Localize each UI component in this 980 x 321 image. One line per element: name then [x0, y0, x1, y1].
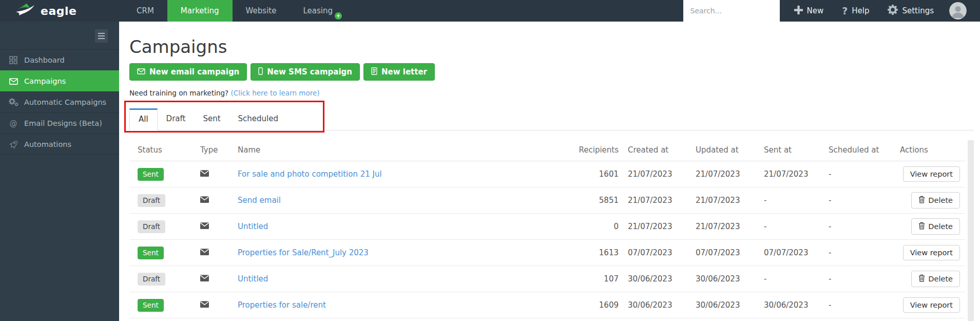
- sent-at-cell: 21/07/2023: [764, 169, 829, 179]
- campaign-name-link[interactable]: Send email: [238, 196, 281, 205]
- sidebar-item-automatic-campaigns[interactable]: Automatic Campaigns: [0, 91, 119, 112]
- created-at-cell: 21/07/2023: [628, 169, 696, 179]
- column-header-status: Status: [138, 145, 200, 155]
- actions-cell: Delete: [900, 271, 965, 287]
- scheduled-at-cell: -: [829, 248, 900, 257]
- campaigns-table: Status Type Name Recipients Created at U…: [129, 139, 965, 318]
- campaign-name-link[interactable]: Untitled: [238, 222, 268, 231]
- action-button-label: View report: [910, 301, 953, 309]
- phone-icon: [258, 67, 263, 77]
- nav-item-marketing[interactable]: Marketing: [167, 0, 233, 22]
- name-cell: Send email: [238, 196, 577, 205]
- campaign-buttons-row: New email campaign New SMS campaign New …: [129, 63, 974, 81]
- new-button[interactable]: New: [794, 6, 824, 16]
- campaign-name-link[interactable]: Properties for Sale/Rent_July 2023: [238, 248, 369, 257]
- name-cell: Untitled: [238, 222, 577, 231]
- updated-at-cell: 07/07/2023: [696, 248, 764, 257]
- table-row: DraftUntitled10730/06/202330/06/2023--De…: [129, 266, 965, 292]
- trash-icon: [918, 274, 925, 284]
- gear-icon: [888, 5, 898, 17]
- name-cell: For sale and photo competition 21 Jul: [238, 169, 577, 179]
- column-header-name: Name: [238, 145, 577, 155]
- updated-at-cell: 30/06/2023: [696, 274, 764, 284]
- status-cell: Sent: [138, 299, 200, 312]
- letter-icon: [371, 67, 377, 77]
- view-report-button[interactable]: View report: [903, 245, 960, 260]
- created-at-cell: 07/07/2023: [628, 248, 696, 257]
- brand-logo[interactable]: eagle: [0, 3, 119, 18]
- avatar[interactable]: [949, 2, 967, 20]
- status-badge: Draft: [138, 194, 165, 207]
- status-badge: Draft: [138, 220, 165, 233]
- search-input[interactable]: [683, 0, 780, 22]
- delete-button[interactable]: Delete: [911, 218, 960, 235]
- name-cell: Untitled: [238, 274, 577, 284]
- at-icon: @: [8, 119, 18, 128]
- vertical-scrollbar[interactable]: [968, 140, 974, 321]
- action-button-label: Delete: [928, 222, 953, 231]
- actions-cell: Delete: [900, 192, 965, 209]
- plus-icon: [794, 6, 803, 16]
- view-report-button[interactable]: View report: [903, 166, 960, 182]
- delete-button[interactable]: Delete: [911, 192, 960, 209]
- nav-item-crm[interactable]: CRM: [123, 0, 167, 22]
- sent-at-cell: -: [764, 196, 829, 205]
- view-report-button[interactable]: View report: [903, 297, 960, 313]
- table-body: SentFor sale and photo competition 21 Ju…: [129, 161, 965, 318]
- campaign-name-link[interactable]: Properties for sale/rent: [238, 300, 326, 310]
- envelope-icon: [137, 67, 145, 77]
- sent-at-cell: 30/06/2023: [764, 300, 829, 310]
- status-badge: Sent: [138, 299, 164, 312]
- envelope-icon: [8, 78, 18, 85]
- nav-item-leasing-label: Leasing: [303, 6, 333, 15]
- campaign-name-link[interactable]: Untitled: [238, 274, 268, 284]
- tab-draft[interactable]: Draft: [158, 108, 195, 130]
- tab-all[interactable]: All: [129, 108, 158, 130]
- new-email-campaign-button[interactable]: New email campaign: [129, 63, 247, 81]
- status-badge: Sent: [138, 168, 164, 181]
- envelope-icon: [200, 222, 209, 231]
- nav-item-leasing[interactable]: Leasing +: [290, 0, 346, 22]
- sidebar-item-campaigns[interactable]: Campaigns: [0, 70, 119, 91]
- action-button-label: Delete: [928, 196, 953, 204]
- trash-icon: [918, 196, 925, 205]
- sidebar-item-dashboard[interactable]: Dashboard: [0, 49, 119, 70]
- new-letter-button[interactable]: New letter: [363, 63, 435, 81]
- eagle-bird-icon: [15, 3, 36, 18]
- column-header-scheduled-at: Scheduled at: [829, 145, 900, 155]
- envelope-icon: [200, 300, 209, 310]
- status-badge: Draft: [138, 273, 165, 286]
- new-sms-campaign-button[interactable]: New SMS campaign: [251, 63, 360, 81]
- settings-button[interactable]: Settings: [888, 5, 934, 17]
- sidebar-item-label: Automations: [24, 140, 71, 148]
- scheduled-at-cell: -: [829, 300, 900, 310]
- help-button-label: Help: [852, 6, 869, 15]
- training-link[interactable]: (Click here to learn more): [231, 89, 320, 97]
- recipients-cell: 5851: [577, 196, 628, 205]
- status-badge: Sent: [138, 247, 164, 259]
- status-cell: Draft: [138, 273, 200, 286]
- sidebar-collapse-button[interactable]: [95, 29, 108, 43]
- type-cell: [200, 274, 238, 284]
- sidebar-item-automations[interactable]: Automations: [0, 134, 119, 155]
- envelope-icon: [200, 196, 209, 205]
- status-cell: Sent: [138, 168, 200, 181]
- tab-scheduled[interactable]: Scheduled: [229, 108, 287, 130]
- column-header-updated-at: Updated at: [696, 145, 764, 155]
- nav-item-website[interactable]: Website: [233, 0, 290, 22]
- scheduled-at-cell: -: [829, 169, 900, 179]
- sidebar-item-label: Dashboard: [24, 56, 65, 64]
- sidebar-item-email-designs[interactable]: @ Email Designs (Beta): [0, 112, 119, 134]
- new-button-label: New: [807, 6, 824, 15]
- sent-at-cell: -: [764, 274, 829, 284]
- tab-sent[interactable]: Sent: [194, 108, 229, 130]
- column-header-sent-at: Sent at: [764, 145, 829, 155]
- delete-button[interactable]: Delete: [911, 271, 960, 287]
- table-row: DraftSend email585121/07/202321/07/2023-…: [129, 187, 965, 214]
- recipients-cell: 1609: [577, 300, 628, 310]
- sidebar: Dashboard Campaigns Automatic Campaigns …: [0, 22, 119, 321]
- campaign-name-link[interactable]: For sale and photo competition 21 Jul: [238, 169, 382, 179]
- envelope-icon: [200, 248, 209, 257]
- scheduled-at-cell: -: [829, 222, 900, 231]
- help-button[interactable]: ? Help: [842, 5, 869, 16]
